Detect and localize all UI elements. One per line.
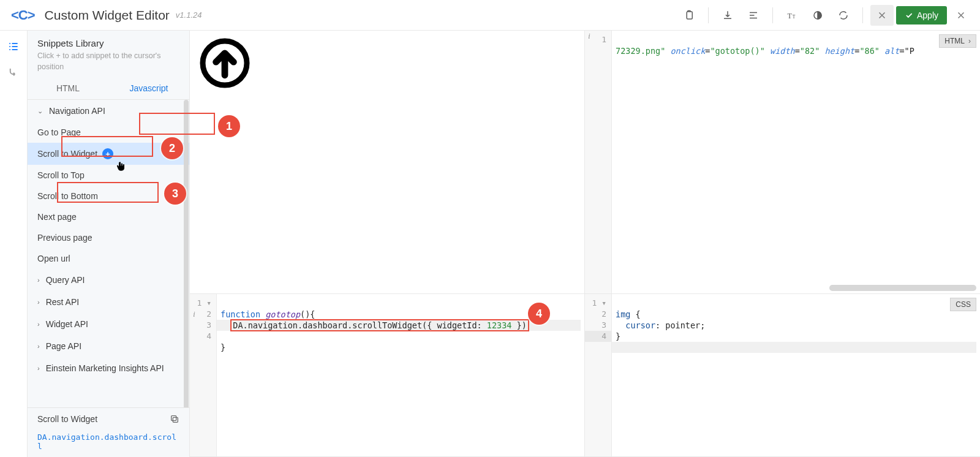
cancel-button[interactable] — [870, 5, 894, 26]
h-scrollbar[interactable] — [829, 285, 976, 291]
sidebar-tabs: HTML Javascript — [28, 77, 189, 100]
group-label: Navigation API — [49, 106, 105, 116]
svg-rect-4 — [173, 417, 178, 422]
info-gutter-icon: i — [585, 31, 594, 42]
preview-code: DA.navigation.dashboard.scroll — [37, 432, 179, 451]
apply-label: Apply — [917, 10, 938, 20]
sidebar-preview: Scroll to Widget DA.navigation.dashboard… — [28, 407, 189, 457]
chevron-right-icon: › — [37, 364, 40, 372]
download-icon[interactable] — [716, 5, 739, 26]
group-query-api[interactable]: ›Query API — [28, 269, 189, 291]
clipboard-icon[interactable] — [677, 5, 701, 26]
svg-text:T: T — [787, 11, 792, 20]
chevron-right-icon: › — [37, 342, 40, 350]
sidebar: Snippets Library Click + to add snippet … — [28, 31, 190, 457]
group-einstein-api[interactable]: ›Einstein Marketing Insights API — [28, 357, 189, 379]
group-label: Rest API — [46, 297, 79, 307]
css-editor[interactable]: 1 ▾ 2 3 4 img { cursor: pointer; } CSS — [585, 294, 980, 457]
divider — [772, 7, 773, 23]
callout-3: 3 — [164, 183, 186, 205]
chevron-right-icon: › — [37, 298, 40, 306]
sidebar-item-next-page[interactable]: Next page — [28, 206, 189, 227]
group-navigation-api[interactable]: ⌄ Navigation API — [28, 100, 189, 122]
header: <C> Custom Widget Editor v1.1.24 TT Appl… — [0, 0, 980, 31]
group-label: Query API — [46, 275, 85, 285]
callout-1: 1 — [218, 115, 240, 137]
group-widget-api[interactable]: ›Widget API — [28, 313, 189, 335]
sidebar-hint: Click + to add snippet to the cursor's p… — [28, 51, 189, 77]
info-gutter-icon: i — [190, 309, 198, 320]
svg-rect-0 — [687, 12, 692, 19]
copy-icon[interactable] — [170, 414, 179, 424]
sidebar-title: Snippets Library — [28, 31, 189, 51]
sidebar-item-label: Scroll to Widget — [37, 149, 97, 159]
chevron-right-icon: › — [37, 320, 40, 328]
sidebar-item-open-url[interactable]: Open url — [28, 248, 189, 269]
text-size-icon[interactable]: TT — [780, 5, 804, 26]
html-badge[interactable]: HTML — [939, 34, 976, 48]
preview-title: Scroll to Widget — [37, 414, 97, 424]
apply-button[interactable]: Apply — [896, 6, 947, 25]
svg-text:T: T — [793, 13, 796, 19]
callout-4: 4 — [528, 303, 550, 325]
divider — [862, 7, 863, 23]
page-title: Custom Widget Editor — [45, 8, 170, 23]
divider — [708, 7, 709, 23]
main: Snippets Library Click + to add snippet … — [0, 31, 980, 457]
contrast-icon[interactable] — [806, 5, 829, 26]
chevron-down-icon: ⌄ — [37, 107, 43, 115]
sidebar-item-scroll-to-top[interactable]: Scroll to Top — [28, 165, 189, 186]
gotop-preview-icon[interactable] — [197, 36, 252, 91]
chevron-right-icon: › — [37, 276, 40, 284]
scrollbar[interactable] — [184, 100, 189, 407]
group-label: Einstein Marketing Insights API — [46, 363, 164, 373]
group-rest-api[interactable]: ›Rest API — [28, 291, 189, 313]
list-icon[interactable] — [7, 40, 20, 56]
close-icon[interactable] — [949, 5, 973, 26]
add-icon[interactable]: + — [102, 148, 113, 159]
indent-icon[interactable] — [742, 5, 765, 26]
arrow-down-icon[interactable] — [8, 67, 19, 81]
group-label: Page API — [46, 341, 81, 351]
svg-rect-5 — [172, 416, 176, 421]
tab-html[interactable]: HTML — [28, 77, 108, 99]
group-label: Widget API — [46, 319, 88, 329]
group-page-api[interactable]: ›Page API — [28, 335, 189, 357]
sidebar-item-previous-page[interactable]: Previous page — [28, 227, 189, 248]
html-editor[interactable]: i 1 72329.png" onclick="gototop()" width… — [585, 31, 980, 294]
logo-icon: <C> — [7, 7, 39, 23]
css-badge[interactable]: CSS — [950, 298, 976, 311]
refresh-icon[interactable] — [832, 5, 855, 26]
callout-2: 2 — [161, 137, 183, 159]
preview-pane — [190, 31, 585, 294]
tab-javascript[interactable]: Javascript — [108, 77, 189, 99]
editors: i 1 72329.png" onclick="gototop()" width… — [190, 31, 980, 457]
left-rail — [0, 31, 28, 457]
js-editor[interactable]: 1 ▾ i2 3 4 function gototop(){ DA.naviga… — [190, 294, 585, 457]
version-label: v1.1.24 — [176, 10, 202, 20]
